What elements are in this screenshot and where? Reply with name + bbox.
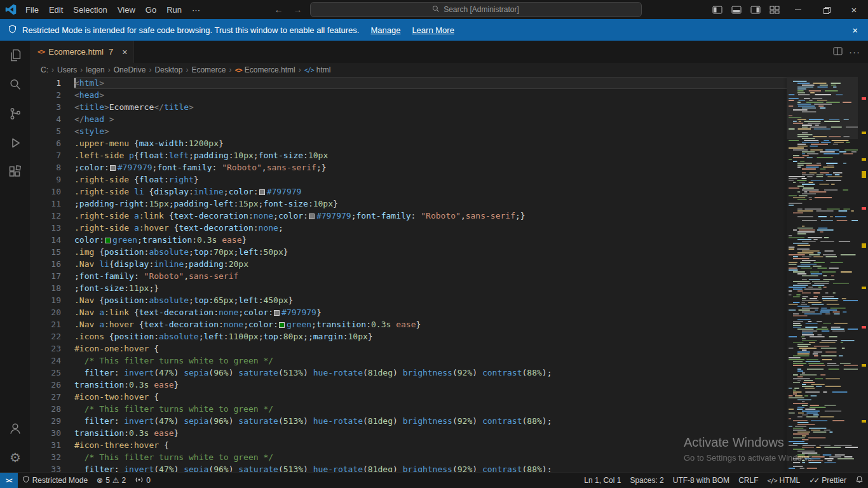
- extensions-icon[interactable]: [0, 158, 31, 187]
- breadcrumb-html[interactable]: </>html: [304, 65, 331, 74]
- code-line[interactable]: 31#icon-three:hover {: [31, 439, 787, 451]
- code-line[interactable]: 25 filter: invert(47%) sepia(96%) satura…: [31, 367, 787, 379]
- code-line[interactable]: 21.Nav a:hover {text-decoration:none;col…: [31, 318, 787, 330]
- encoding[interactable]: UTF-8 with BOM: [668, 473, 734, 488]
- code-line[interactable]: 6.upper-menu {max-width:1200px}: [31, 137, 787, 149]
- code-line[interactable]: 2<head>: [31, 89, 787, 101]
- explorer-icon[interactable]: [0, 41, 31, 70]
- titlebar: FileEditSelectionViewGoRun··· ← → Search…: [0, 0, 868, 19]
- line-number: 4: [31, 113, 74, 125]
- breadcrumb-c-[interactable]: C:: [41, 65, 48, 74]
- color-swatch: [279, 322, 285, 328]
- breadcrumb-ecomerce-html[interactable]: <>Ecomerce.html: [234, 65, 295, 74]
- breadcrumb-separator: ›: [299, 65, 301, 74]
- toggle-secondary-sidebar-icon[interactable]: [746, 1, 765, 18]
- settings-gear-icon[interactable]: ⚙: [0, 443, 31, 472]
- workspace-trust-shield-icon: [8, 24, 17, 36]
- code-line[interactable]: 8;color:#797979;font-family: "Roboto",sa…: [31, 161, 787, 173]
- restricted-mode-status[interactable]: Restricted Mode: [18, 473, 92, 488]
- line-number: 21: [31, 318, 74, 330]
- code-line[interactable]: 10.right-side li {display:inline;color:#…: [31, 186, 787, 198]
- breadcrumb-desktop[interactable]: Desktop: [154, 65, 182, 74]
- minimap[interactable]: [787, 77, 868, 472]
- problems-status[interactable]: ⊗ 5 ⚠ 2: [92, 473, 130, 488]
- menu-selection[interactable]: Selection: [68, 3, 112, 17]
- breadcrumb-users[interactable]: Users: [57, 65, 77, 74]
- code-line[interactable]: 1<html>: [31, 77, 787, 89]
- code-line[interactable]: 5<style>: [31, 125, 787, 137]
- language-mode[interactable]: </> HTML: [763, 473, 804, 488]
- code-line[interactable]: 17;font-family: "Roboto",sans-serif: [31, 270, 787, 282]
- code-line[interactable]: 23#icon-one:hover {: [31, 342, 787, 355]
- code-line[interactable]: 13.right-side a:hover {text-decoration:n…: [31, 222, 787, 234]
- code-line[interactable]: 19.Nav {position:absolute;top:65px;left:…: [31, 294, 787, 306]
- close-window-button[interactable]: ×: [840, 0, 868, 19]
- menu-file[interactable]: File: [20, 3, 44, 17]
- tab-ecomerce-html[interactable]: <> Ecomerce.html 7 ×: [31, 41, 134, 63]
- code-line[interactable]: 4</head >: [31, 113, 787, 125]
- account-icon[interactable]: [0, 414, 31, 443]
- code-line[interactable]: 14color:green;transition:0.3s ease}: [31, 234, 787, 246]
- minimize-button[interactable]: [784, 0, 812, 19]
- breadcrumb-separator: ›: [229, 65, 231, 74]
- breadcrumb-onedrive[interactable]: OneDrive: [114, 65, 146, 74]
- editor-more-actions-icon[interactable]: ···: [849, 46, 860, 57]
- shield-icon: [22, 475, 30, 485]
- code-line[interactable]: 28 /* This filter turns white to green *…: [31, 403, 787, 415]
- line-number: 26: [31, 379, 74, 391]
- search-sidebar-icon[interactable]: [0, 70, 31, 99]
- line-number: 12: [31, 210, 74, 222]
- toggle-sidebar-icon[interactable]: [708, 1, 727, 18]
- source-control-icon[interactable]: [0, 99, 31, 128]
- menu-edit[interactable]: Edit: [44, 3, 68, 17]
- search-icon: [432, 5, 440, 15]
- breadcrumb-ecomerce[interactable]: Ecomerce: [191, 65, 226, 74]
- run-debug-icon[interactable]: [0, 128, 31, 158]
- code-editor: 1<html>2<head>3<title>Ecommerce</title>4…: [31, 77, 787, 472]
- learn-more-link[interactable]: Learn More: [412, 25, 454, 35]
- tab-close-icon[interactable]: ×: [122, 47, 127, 57]
- menu-run[interactable]: Run: [161, 3, 187, 17]
- forward-arrow-icon[interactable]: →: [291, 4, 305, 15]
- code-line[interactable]: 16.Nav li{display:inline;padding:20px: [31, 258, 787, 270]
- menu-more[interactable]: ···: [187, 3, 205, 17]
- notifications-bell[interactable]: [851, 473, 868, 488]
- customize-layout-icon[interactable]: [765, 1, 784, 18]
- code-line[interactable]: 26transition:0.3s ease}: [31, 379, 787, 391]
- back-arrow-icon[interactable]: ←: [272, 4, 286, 15]
- code-line[interactable]: 24 /* This filter turns white to green *…: [31, 355, 787, 367]
- code-line[interactable]: 32 /* This filter turns white to green *…: [31, 451, 787, 463]
- code-line[interactable]: 12.right-side a:link {text-decoration:no…: [31, 210, 787, 222]
- indentation[interactable]: Spaces: 2: [625, 473, 668, 488]
- color-swatch: [105, 238, 111, 243]
- banner-close-icon[interactable]: ×: [850, 25, 860, 36]
- line-number: 1: [31, 77, 74, 89]
- split-editor-icon[interactable]: [833, 46, 843, 58]
- formatter-status[interactable]: ✓✓ Prettier: [804, 473, 851, 488]
- code-line[interactable]: 15.img {position:absolute;top:70px;left:…: [31, 246, 787, 258]
- minimap-slider[interactable]: [787, 77, 858, 139]
- line-number: 19: [31, 294, 74, 306]
- code-line[interactable]: 3<title>Ecommerce</title>: [31, 101, 787, 113]
- menu-go[interactable]: Go: [140, 3, 161, 17]
- code-line[interactable]: 9.right-side {float:right}: [31, 173, 787, 186]
- eol-sequence[interactable]: CRLF: [734, 473, 763, 488]
- code-line[interactable]: 30transition:0.3s ease}: [31, 427, 787, 439]
- toggle-panel-icon[interactable]: [727, 1, 746, 18]
- code-line[interactable]: 33 filter: invert(47%) sepia(96%) satura…: [31, 463, 787, 472]
- code-line[interactable]: 22.icons {position:absolute;left:1100px;…: [31, 330, 787, 342]
- breadcrumb-legen[interactable]: legen: [86, 65, 104, 74]
- code-line[interactable]: 29 filter: invert(47%) sepia(96%) satura…: [31, 415, 787, 427]
- command-center-search[interactable]: Search [Administrator]: [310, 2, 642, 17]
- menu-view[interactable]: View: [112, 3, 140, 17]
- ports-status[interactable]: 0: [130, 473, 155, 488]
- code-line[interactable]: 11;padding-right:15px;padding-left:15px;…: [31, 198, 787, 210]
- restore-button[interactable]: [812, 0, 840, 19]
- code-line[interactable]: 20.Nav a:link {text-decoration:none;colo…: [31, 306, 787, 318]
- code-line[interactable]: 18;font-size:11px;}: [31, 282, 787, 294]
- manage-link[interactable]: Manage: [370, 25, 400, 35]
- remote-indicator[interactable]: ><: [0, 473, 18, 488]
- code-line[interactable]: 7.left-side p{float:left;padding:10px;fo…: [31, 149, 787, 161]
- code-line[interactable]: 27#icon-two:hover {: [31, 391, 787, 403]
- cursor-position[interactable]: Ln 1, Col 1: [580, 473, 625, 488]
